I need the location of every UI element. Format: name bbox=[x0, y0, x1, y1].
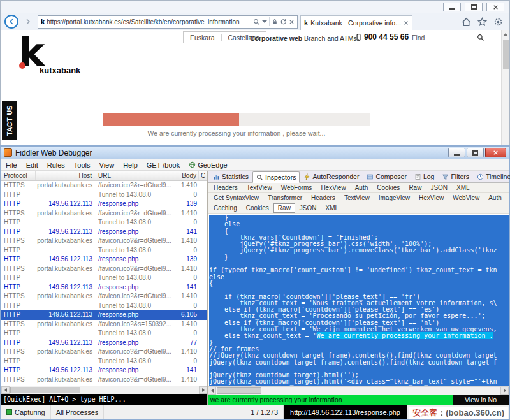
nav-link-corporative-web[interactable]: Corporative web bbox=[250, 34, 302, 42]
session-row[interactable]: HTTPSportal.kutxabank.es/favicon.ico?&s=… bbox=[1, 320, 207, 329]
find-search[interactable]: Find bbox=[412, 34, 484, 41]
fiddler-maximize-button[interactable] bbox=[467, 148, 484, 157]
column-body[interactable]: Body bbox=[178, 171, 199, 180]
chevron-down-icon[interactable] bbox=[262, 20, 267, 23]
settings-gear-icon[interactable] bbox=[493, 17, 503, 27]
column-host[interactable]: Host bbox=[36, 171, 94, 180]
session-row[interactable]: HTTPSportal.kutxabank.es/favicon.ico?&r=… bbox=[1, 347, 207, 357]
session-row[interactable]: HTTP149.56.122.113/response.php77 bbox=[1, 338, 207, 348]
browser-tab[interactable]: k Kutxabank - Corporative info... bbox=[300, 15, 412, 30]
response-tab-json[interactable]: JSON bbox=[295, 203, 321, 213]
tab-composer[interactable]: Composer bbox=[363, 171, 410, 182]
tab-filters[interactable]: Filters bbox=[438, 171, 473, 182]
scroll-left-arrow[interactable] bbox=[1, 386, 10, 394]
process-filter[interactable]: All Processes bbox=[51, 405, 105, 419]
request-tab-raw[interactable]: Raw bbox=[404, 183, 426, 192]
tab-timeline[interactable]: Timeline bbox=[473, 171, 510, 182]
menu-geoedge[interactable]: GeoEdge bbox=[184, 161, 231, 169]
scroll-up-arrow[interactable] bbox=[503, 33, 508, 36]
kutxabank-logo[interactable]: k kutxabank bbox=[18, 33, 89, 78]
menu-file[interactable]: File bbox=[1, 161, 22, 169]
response-tab-cookies[interactable]: Cookies bbox=[242, 203, 273, 213]
request-tab-auth[interactable]: Auth bbox=[351, 183, 373, 192]
page-scrollbar[interactable] bbox=[501, 30, 509, 145]
session-row[interactable]: HTTPSportal.kutxabank.es/favicon.ico?&r=… bbox=[1, 209, 207, 219]
response-tab-xml[interactable]: XML bbox=[321, 203, 344, 213]
fiddler-minimize-button[interactable] bbox=[448, 148, 465, 157]
response-tab-caching[interactable]: Caching bbox=[209, 203, 242, 213]
session-row[interactable]: HTTP149.56.122.113/response.php141 bbox=[1, 228, 207, 237]
session-row[interactable]: HTTP149.56.122.113/response.php139 bbox=[1, 255, 207, 264]
session-row[interactable]: HTTP149.56.122.113/response.php139 bbox=[1, 199, 207, 209]
address-bar[interactable]: k https://portal.kutxabank.es/cs/Satelli… bbox=[38, 15, 298, 29]
session-row[interactable]: HTTPTunnel to 143.08.00 bbox=[1, 357, 207, 366]
session-row[interactable]: HTTP149.56.122.113/response.php6.105 bbox=[1, 310, 207, 320]
favorites-star-icon[interactable] bbox=[477, 17, 487, 27]
home-icon[interactable] bbox=[462, 17, 471, 27]
search-input[interactable] bbox=[427, 34, 474, 41]
session-row[interactable]: HTTPTunnel to 143.08.00 bbox=[1, 191, 207, 200]
session-row[interactable]: HTTPTunnel to 143.08.00 bbox=[1, 301, 207, 311]
menu-rules[interactable]: Rules bbox=[43, 161, 69, 169]
response-tab-imageview[interactable]: ImageView bbox=[374, 193, 414, 203]
menu-view[interactable]: View bbox=[95, 161, 119, 169]
phone-contact[interactable]: 900 44 55 66 bbox=[355, 33, 409, 41]
column-caching[interactable]: C bbox=[199, 171, 207, 180]
response-tab-textview[interactable]: TextView bbox=[340, 193, 374, 203]
tab-inspectors[interactable]: Inspectors bbox=[252, 171, 300, 183]
browser-maximize-button[interactable] bbox=[465, 3, 483, 11]
response-tab-hexview[interactable]: HexView bbox=[414, 193, 448, 203]
response-tab-auth[interactable]: Auth bbox=[484, 193, 506, 203]
session-row[interactable]: HTTPSportal.kutxabank.es/favicon.ico?&r=… bbox=[1, 375, 207, 385]
contact-us-tab[interactable]: TACT US bbox=[2, 101, 17, 140]
session-row[interactable]: HTTPSportal.kutxabank.es/favicon.ico?&r=… bbox=[1, 181, 207, 191]
search-icon[interactable] bbox=[253, 18, 260, 25]
code-hscrollbar[interactable] bbox=[208, 386, 509, 395]
menu-tools[interactable]: Tools bbox=[69, 161, 95, 169]
request-tab-cookies[interactable]: Cookies bbox=[372, 183, 404, 192]
session-hscrollbar[interactable] bbox=[1, 386, 207, 394]
response-tab-get-syntaxview[interactable]: Get SyntaxView bbox=[209, 193, 263, 203]
session-row[interactable]: HTTP149.56.122.113/response.php141 bbox=[1, 366, 207, 375]
tab-autoresponder[interactable]: AutoResponder bbox=[300, 171, 363, 182]
session-row[interactable]: HTTPSportal.kutxabank.es/favicon.ico?&r=… bbox=[1, 236, 207, 246]
scrollbar-thumb[interactable] bbox=[10, 387, 80, 393]
tab-statistics[interactable]: Statistics bbox=[209, 171, 252, 182]
browser-close-button[interactable] bbox=[486, 3, 504, 11]
refresh-icon[interactable] bbox=[280, 18, 287, 25]
nav-link-branch-atms[interactable]: Branch and ATMs bbox=[304, 34, 357, 42]
session-row[interactable]: HTTPSportal.kutxabank.es/favicon.ico?&r=… bbox=[1, 264, 207, 274]
session-row[interactable]: HTTP149.56.122.113/response.php141 bbox=[1, 283, 207, 293]
forward-button[interactable] bbox=[21, 15, 35, 29]
column-url[interactable]: URL bbox=[94, 171, 178, 180]
menu-help[interactable]: Help bbox=[119, 161, 142, 169]
scrollbar-thumb[interactable] bbox=[503, 40, 509, 69]
request-tab-xml[interactable]: XML bbox=[452, 183, 474, 192]
response-tab-raw[interactable]: Raw bbox=[273, 203, 295, 213]
language-link-euskara[interactable]: Euskara bbox=[184, 34, 221, 41]
response-tab-headers[interactable]: Headers bbox=[307, 193, 340, 203]
request-tab-json[interactable]: JSON bbox=[426, 183, 452, 192]
quickexec-box[interactable]: [QuickExec] ALT+Q > type HELP... bbox=[1, 394, 207, 405]
session-row[interactable]: HTTPTunnel to 143.08.00 bbox=[1, 246, 207, 256]
fiddler-close-button[interactable] bbox=[485, 148, 506, 157]
request-tab-headers[interactable]: Headers bbox=[209, 183, 242, 192]
scroll-right-arrow[interactable] bbox=[500, 387, 509, 395]
session-row[interactable]: HTTPTunnel to 143.08.00 bbox=[1, 329, 207, 338]
stop-icon[interactable] bbox=[289, 19, 295, 25]
menu-edit[interactable]: Edit bbox=[22, 161, 43, 169]
response-tab-transformer[interactable]: Transformer bbox=[263, 193, 307, 203]
menu-get-book[interactable]: GET /book bbox=[142, 161, 184, 169]
response-tab-webview[interactable]: WebView bbox=[448, 193, 484, 203]
fiddler-titlebar[interactable]: Fiddler Web Debugger bbox=[1, 147, 509, 159]
browser-minimize-button[interactable] bbox=[443, 3, 461, 11]
back-button[interactable] bbox=[4, 15, 18, 29]
tab-log[interactable]: Log bbox=[411, 171, 439, 182]
scroll-left-arrow[interactable] bbox=[208, 387, 216, 395]
request-tab-webforms[interactable]: WebForms bbox=[277, 183, 317, 192]
session-row[interactable]: HTTPTunnel to 143.08.00 bbox=[1, 273, 207, 283]
session-row[interactable]: HTTPSportal.kutxabank.es/favicon.ico?&r=… bbox=[1, 292, 207, 301]
code-view[interactable]: } else { tknz_vars['Countdown'] = 'Finis… bbox=[208, 214, 509, 386]
request-tab-hexview[interactable]: HexView bbox=[316, 183, 350, 192]
tab-close-icon[interactable] bbox=[404, 20, 409, 25]
